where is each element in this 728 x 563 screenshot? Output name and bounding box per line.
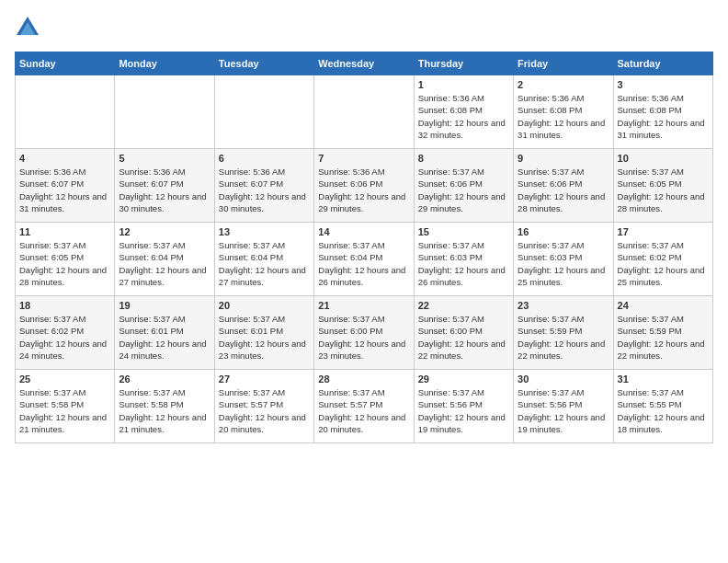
day-number: 25: [19, 373, 110, 385]
calendar-header-row: SundayMondayTuesdayWednesdayThursdayFrid…: [16, 52, 713, 75]
day-info: Sunrise: 5:37 AMSunset: 6:01 PMDaylight:…: [119, 313, 210, 362]
day-info: Sunrise: 5:36 AMSunset: 6:08 PMDaylight:…: [618, 92, 709, 141]
day-info: Sunrise: 5:36 AMSunset: 6:07 PMDaylight:…: [219, 166, 310, 214]
calendar-cell: 13Sunrise: 5:37 AMSunset: 6:04 PMDayligh…: [214, 223, 313, 296]
calendar-cell: 20Sunrise: 5:37 AMSunset: 6:01 PMDayligh…: [214, 296, 313, 370]
day-info: Sunrise: 5:37 AMSunset: 6:05 PMDaylight:…: [19, 239, 110, 288]
day-number: 16: [518, 226, 609, 237]
day-info: Sunrise: 5:36 AMSunset: 6:08 PMDaylight:…: [418, 92, 509, 141]
calendar-week-1: 1Sunrise: 5:36 AMSunset: 6:08 PMDaylight…: [16, 75, 713, 149]
day-number: 10: [618, 153, 709, 164]
day-number: 29: [418, 373, 509, 385]
day-info: Sunrise: 5:37 AMSunset: 6:03 PMDaylight:…: [418, 239, 509, 288]
calendar-cell: [314, 75, 414, 149]
header-saturday: Saturday: [613, 52, 712, 75]
day-number: 18: [19, 300, 110, 311]
calendar-cell: [115, 75, 214, 149]
day-info: Sunrise: 5:37 AMSunset: 5:58 PMDaylight:…: [19, 386, 110, 435]
day-number: 28: [318, 373, 409, 385]
calendar-cell: 4Sunrise: 5:36 AMSunset: 6:07 PMDaylight…: [16, 149, 115, 223]
day-number: 26: [119, 373, 210, 385]
calendar-cell: 10Sunrise: 5:37 AMSunset: 6:05 PMDayligh…: [613, 149, 712, 223]
calendar-cell: 24Sunrise: 5:37 AMSunset: 5:59 PMDayligh…: [613, 296, 712, 370]
day-number: 4: [19, 153, 110, 164]
calendar-cell: [16, 75, 115, 149]
day-number: 31: [618, 373, 709, 385]
day-info: Sunrise: 5:37 AMSunset: 6:02 PMDaylight:…: [618, 239, 709, 288]
logo: [15, 15, 44, 40]
header-sunday: Sunday: [16, 52, 115, 75]
day-info: Sunrise: 5:37 AMSunset: 6:05 PMDaylight:…: [618, 166, 709, 214]
day-number: 12: [119, 226, 210, 237]
header-wednesday: Wednesday: [314, 52, 414, 75]
day-number: 21: [318, 300, 409, 311]
calendar-cell: 27Sunrise: 5:37 AMSunset: 5:57 PMDayligh…: [214, 370, 313, 443]
calendar-cell: 22Sunrise: 5:37 AMSunset: 6:00 PMDayligh…: [414, 296, 513, 370]
day-info: Sunrise: 5:37 AMSunset: 5:56 PMDaylight:…: [418, 386, 509, 435]
logo-icon: [15, 15, 40, 40]
day-number: 27: [219, 373, 310, 385]
calendar-cell: 1Sunrise: 5:36 AMSunset: 6:08 PMDaylight…: [414, 75, 513, 149]
header-monday: Monday: [115, 52, 214, 75]
day-info: Sunrise: 5:37 AMSunset: 6:00 PMDaylight:…: [418, 313, 509, 362]
day-number: 14: [318, 226, 409, 237]
calendar-cell: 18Sunrise: 5:37 AMSunset: 6:02 PMDayligh…: [16, 296, 115, 370]
day-number: 24: [618, 300, 709, 311]
calendar-cell: 16Sunrise: 5:37 AMSunset: 6:03 PMDayligh…: [514, 223, 613, 296]
calendar-cell: 28Sunrise: 5:37 AMSunset: 5:57 PMDayligh…: [314, 370, 414, 443]
day-info: Sunrise: 5:37 AMSunset: 5:59 PMDaylight:…: [618, 313, 709, 362]
calendar-cell: 6Sunrise: 5:36 AMSunset: 6:07 PMDaylight…: [214, 149, 313, 223]
day-number: 22: [418, 300, 509, 311]
calendar-cell: 25Sunrise: 5:37 AMSunset: 5:58 PMDayligh…: [16, 370, 115, 443]
day-info: Sunrise: 5:37 AMSunset: 6:00 PMDaylight:…: [318, 313, 409, 362]
day-number: 30: [518, 373, 609, 385]
calendar-cell: 29Sunrise: 5:37 AMSunset: 5:56 PMDayligh…: [414, 370, 513, 443]
day-number: 7: [318, 153, 409, 164]
calendar-week-3: 11Sunrise: 5:37 AMSunset: 6:05 PMDayligh…: [16, 223, 713, 296]
day-number: 19: [119, 300, 210, 311]
calendar-week-2: 4Sunrise: 5:36 AMSunset: 6:07 PMDaylight…: [16, 149, 713, 223]
page-header: [15, 15, 713, 40]
day-info: Sunrise: 5:37 AMSunset: 5:56 PMDaylight:…: [518, 386, 609, 435]
day-info: Sunrise: 5:36 AMSunset: 6:07 PMDaylight:…: [19, 166, 110, 214]
calendar-table: SundayMondayTuesdayWednesdayThursdayFrid…: [15, 52, 713, 443]
day-number: 3: [618, 79, 709, 90]
day-info: Sunrise: 5:37 AMSunset: 6:04 PMDaylight:…: [318, 239, 409, 288]
day-info: Sunrise: 5:37 AMSunset: 6:04 PMDaylight:…: [119, 239, 210, 288]
calendar-cell: 9Sunrise: 5:37 AMSunset: 6:06 PMDaylight…: [514, 149, 613, 223]
day-number: 9: [518, 153, 609, 164]
day-info: Sunrise: 5:37 AMSunset: 5:57 PMDaylight:…: [318, 386, 409, 435]
calendar-cell: 19Sunrise: 5:37 AMSunset: 6:01 PMDayligh…: [115, 296, 214, 370]
calendar-cell: [214, 75, 313, 149]
day-info: Sunrise: 5:37 AMSunset: 6:03 PMDaylight:…: [518, 239, 609, 288]
day-info: Sunrise: 5:37 AMSunset: 5:59 PMDaylight:…: [518, 313, 609, 362]
day-info: Sunrise: 5:37 AMSunset: 6:06 PMDaylight:…: [518, 166, 609, 214]
header-friday: Friday: [514, 52, 613, 75]
day-number: 13: [219, 226, 310, 237]
calendar-cell: 8Sunrise: 5:37 AMSunset: 6:06 PMDaylight…: [414, 149, 513, 223]
day-info: Sunrise: 5:37 AMSunset: 6:06 PMDaylight:…: [418, 166, 509, 214]
calendar-cell: 5Sunrise: 5:36 AMSunset: 6:07 PMDaylight…: [115, 149, 214, 223]
calendar-cell: 3Sunrise: 5:36 AMSunset: 6:08 PMDaylight…: [613, 75, 712, 149]
calendar-cell: 12Sunrise: 5:37 AMSunset: 6:04 PMDayligh…: [115, 223, 214, 296]
calendar-cell: 23Sunrise: 5:37 AMSunset: 5:59 PMDayligh…: [514, 296, 613, 370]
day-info: Sunrise: 5:37 AMSunset: 6:04 PMDaylight:…: [219, 239, 310, 288]
header-tuesday: Tuesday: [214, 52, 313, 75]
calendar-cell: 31Sunrise: 5:37 AMSunset: 5:55 PMDayligh…: [613, 370, 712, 443]
day-number: 5: [119, 153, 210, 164]
day-number: 15: [418, 226, 509, 237]
calendar-cell: 14Sunrise: 5:37 AMSunset: 6:04 PMDayligh…: [314, 223, 414, 296]
calendar-week-4: 18Sunrise: 5:37 AMSunset: 6:02 PMDayligh…: [16, 296, 713, 370]
day-info: Sunrise: 5:37 AMSunset: 5:55 PMDaylight:…: [618, 386, 709, 435]
day-number: 17: [618, 226, 709, 237]
day-number: 1: [418, 79, 509, 90]
day-info: Sunrise: 5:36 AMSunset: 6:06 PMDaylight:…: [318, 166, 409, 214]
calendar-cell: 30Sunrise: 5:37 AMSunset: 5:56 PMDayligh…: [514, 370, 613, 443]
day-number: 23: [518, 300, 609, 311]
day-number: 6: [219, 153, 310, 164]
calendar-cell: 15Sunrise: 5:37 AMSunset: 6:03 PMDayligh…: [414, 223, 513, 296]
day-number: 8: [418, 153, 509, 164]
calendar-cell: 21Sunrise: 5:37 AMSunset: 6:00 PMDayligh…: [314, 296, 414, 370]
day-info: Sunrise: 5:37 AMSunset: 5:57 PMDaylight:…: [219, 386, 310, 435]
calendar-cell: 17Sunrise: 5:37 AMSunset: 6:02 PMDayligh…: [613, 223, 712, 296]
